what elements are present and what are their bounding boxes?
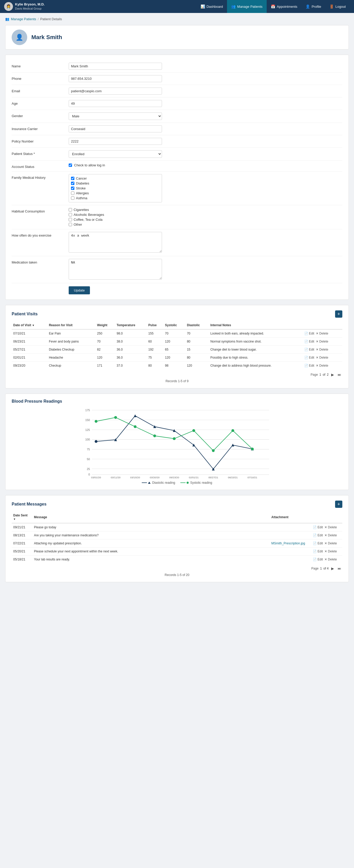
breadcrumb-icon: 👥	[5, 17, 9, 21]
visit-weight: 120	[96, 354, 115, 362]
field-gender-label: Gender	[12, 113, 69, 118]
account-status-checkbox[interactable]	[69, 163, 72, 167]
visit-diastolic: 120	[185, 362, 209, 370]
systolic-dot-9	[251, 447, 254, 450]
phone-input[interactable]	[69, 75, 162, 82]
habitual-other[interactable]: Other	[69, 223, 342, 226]
visit-temp: 36.0	[115, 354, 147, 362]
svg-text:03/15/20: 03/15/20	[130, 476, 140, 479]
policy-input[interactable]	[69, 138, 162, 145]
edit-visit-button[interactable]: 📄 Edit	[304, 356, 314, 360]
delete-visit-button[interactable]: ✕ Delete	[316, 348, 328, 351]
field-policy-label: Policy Number	[12, 138, 69, 143]
msg-attachment: MSmith_Prescription.jpg	[270, 539, 311, 548]
alcoholic-checkbox[interactable]	[69, 213, 72, 216]
asthma-checkbox[interactable]	[71, 196, 75, 200]
visit-date: 07/10/21	[12, 329, 48, 338]
field-medication-label: Medication taken	[12, 259, 69, 264]
col-diastolic: Diastolic	[185, 321, 209, 329]
habitual-cigarettes[interactable]: Cigarettes	[69, 208, 342, 212]
gender-select[interactable]: Male Female Other	[69, 113, 162, 120]
delete-visit-button[interactable]: ✕ Delete	[316, 364, 328, 367]
nav-logout[interactable]: 🚪 Logout	[325, 0, 350, 13]
nav-appointments[interactable]: 📅 Appointments	[267, 0, 302, 13]
sort-icon-date: ▼	[32, 324, 34, 327]
edit-msg-button[interactable]: 📄 Edit	[313, 541, 323, 545]
navbar: 👩‍⚕️ Kylie Bryson, M.D. Davis Medical Gr…	[0, 0, 354, 13]
visits-header-row: Date of Visit ▼ Reason for Visit Weight …	[12, 321, 342, 329]
visits-of-label: of	[323, 373, 325, 376]
habitual-alcoholic[interactable]: Alcoholic Beverages	[69, 213, 342, 217]
diabetes-checkbox[interactable]	[71, 182, 75, 185]
family-cancer[interactable]: Cancer	[71, 177, 159, 180]
messages-next-btn[interactable]: ▶	[330, 566, 335, 571]
edit-visit-button[interactable]: 📄 Edit	[304, 348, 314, 351]
nav-dashboard-label: Dashboard	[207, 5, 223, 8]
habitual-group: Cigarettes Alcoholic Beverages Coffee, T…	[69, 208, 342, 226]
edit-msg-button[interactable]: 📄 Edit	[313, 525, 323, 529]
update-button[interactable]: Update	[69, 286, 90, 294]
edit-msg-button[interactable]: 📄 Edit	[313, 550, 323, 553]
col-date-of-visit: Date of Visit ▼	[12, 321, 48, 329]
systolic-dot-1	[95, 420, 97, 423]
svg-text:75: 75	[87, 448, 90, 451]
email-input[interactable]	[69, 88, 162, 95]
delete-msg-button[interactable]: ✕ Delete	[324, 525, 337, 529]
breadcrumb-parent[interactable]: Manage Patients	[11, 17, 36, 21]
add-visit-button[interactable]: +	[335, 310, 342, 318]
sort-icon-msg-date: ▼	[13, 518, 16, 521]
visits-last-btn[interactable]: ⏭	[336, 372, 342, 377]
visit-systolic: 120	[164, 338, 185, 346]
visit-diastolic: 80	[185, 354, 209, 362]
delete-visit-button[interactable]: ✕ Delete	[316, 332, 328, 335]
attachment-link[interactable]: MSmith_Prescription.jpg	[271, 541, 305, 545]
delete-visit-button[interactable]: ✕ Delete	[316, 356, 328, 360]
diastolic-legend-label: Diastolic reading	[152, 481, 175, 485]
messages-last-btn[interactable]: ⏭	[336, 566, 342, 571]
cigarettes-checkbox[interactable]	[69, 208, 72, 211]
age-input[interactable]	[69, 100, 162, 107]
nav-manage-patients[interactable]: 👥 Manage Patients	[227, 0, 267, 13]
patient-details-card: Name Phone Email Age Gender	[5, 55, 349, 300]
delete-msg-button[interactable]: ✕ Delete	[324, 550, 337, 553]
msg-date: 05/18/21	[12, 556, 32, 563]
other-checkbox[interactable]	[69, 223, 72, 226]
field-insurance-row: Insurance Carrier	[12, 123, 342, 135]
svg-text:03/01/20: 03/01/20	[91, 476, 101, 479]
edit-visit-button[interactable]: 📄 Edit	[304, 332, 314, 335]
habitual-coffee[interactable]: Coffee, Tea or Cola	[69, 218, 342, 221]
edit-visit-button[interactable]: 📄 Edit	[304, 340, 314, 343]
delete-msg-button[interactable]: ✕ Delete	[324, 558, 337, 561]
nav-profile[interactable]: 👤 Profile	[301, 0, 325, 13]
cancer-checkbox[interactable]	[71, 177, 75, 180]
visit-weight: 82	[96, 346, 115, 354]
allergies-checkbox[interactable]	[71, 191, 75, 195]
visit-date: 06/23/21	[12, 338, 48, 346]
family-allergies[interactable]: Allergies	[71, 191, 159, 195]
delete-msg-button[interactable]: ✕ Delete	[324, 541, 337, 545]
messages-title: Patient Messages	[12, 502, 47, 506]
patient-status-select[interactable]: Enrolled Active Inactive	[69, 150, 162, 158]
name-input[interactable]	[69, 63, 162, 70]
family-stroke[interactable]: Stroke	[71, 186, 159, 190]
delete-msg-button[interactable]: ✕ Delete	[324, 533, 337, 537]
insurance-input[interactable]	[69, 125, 162, 132]
edit-msg-button[interactable]: 📄 Edit	[313, 533, 323, 537]
patient-name-large: Mark Smith	[31, 34, 62, 41]
add-message-button[interactable]: +	[335, 501, 342, 508]
legend-diastolic: Diastolic reading	[142, 481, 175, 485]
visits-next-btn[interactable]: ▶	[330, 372, 335, 377]
col-message: Message	[32, 512, 270, 523]
edit-msg-button[interactable]: 📄 Edit	[313, 558, 323, 561]
edit-visit-button[interactable]: 📄 Edit	[304, 364, 314, 367]
family-diabetes[interactable]: Diabetes	[71, 181, 159, 185]
stroke-checkbox[interactable]	[71, 187, 75, 190]
nav-dashboard[interactable]: 📊 Dashboard	[197, 0, 227, 13]
delete-visit-button[interactable]: ✕ Delete	[316, 340, 328, 343]
family-asthma[interactable]: Asthma	[71, 196, 159, 200]
coffee-checkbox[interactable]	[69, 218, 72, 221]
exercise-textarea[interactable]: 4x a week	[69, 232, 162, 253]
medication-textarea[interactable]: NA	[69, 259, 162, 280]
systolic-dot-3	[134, 425, 137, 428]
visit-diastolic: 70	[185, 329, 209, 338]
